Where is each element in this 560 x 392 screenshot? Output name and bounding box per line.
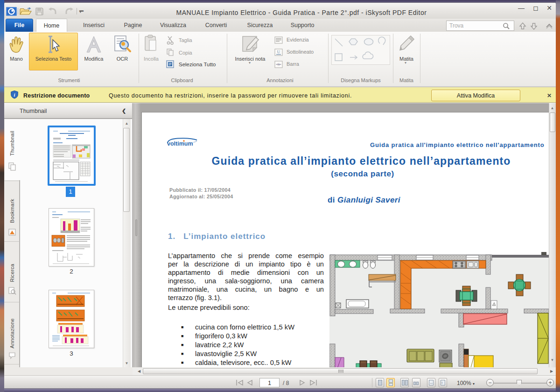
svg-text:i: i	[14, 92, 15, 98]
svg-text:U: U	[277, 49, 280, 54]
svg-text:voltimum: voltimum	[167, 140, 193, 147]
